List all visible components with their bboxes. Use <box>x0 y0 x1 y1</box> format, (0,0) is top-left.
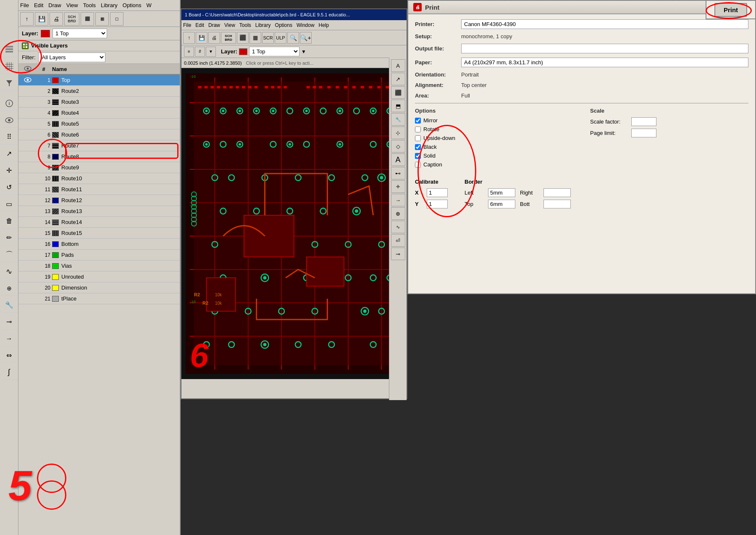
toolbar-save[interactable]: 💾 <box>35 12 48 26</box>
right-tool-f[interactable]: A <box>391 153 405 166</box>
layer-item[interactable]: 10Route10 <box>18 173 180 184</box>
mirror-checkbox[interactable] <box>415 118 421 124</box>
tool-info[interactable]: i <box>1 96 18 111</box>
layer-visibility-toggle[interactable] <box>20 77 35 84</box>
border-right-input[interactable] <box>543 188 571 197</box>
right-tool-move[interactable]: ✛ <box>391 180 405 193</box>
tool-move[interactable]: ✛ <box>1 163 18 178</box>
eagle-tb-ulp[interactable]: ULP <box>275 32 286 44</box>
output-input[interactable] <box>461 44 748 53</box>
toolbar-3d[interactable]: ◻ <box>110 12 123 26</box>
layer-item[interactable]: 21tPlace <box>18 293 180 304</box>
tool-curve[interactable]: ⌒ <box>1 247 18 262</box>
eagle-layer-select[interactable]: 1 Top <box>249 47 299 56</box>
layer-item[interactable]: 6Route6 <box>18 129 180 140</box>
border-top-input[interactable] <box>488 200 515 208</box>
tool-arrow2[interactable]: → <box>1 331 18 346</box>
eagle-tb-zoom-in[interactable]: 🔍+ <box>300 32 312 44</box>
layer-item[interactable]: 16Bottom <box>18 239 180 250</box>
calibrate-x-input[interactable] <box>427 188 448 197</box>
right-tool-h[interactable]: ⏎ <box>391 234 405 247</box>
eagle-tb-new[interactable]: ↑ <box>183 32 195 44</box>
black-checkbox[interactable] <box>415 144 421 150</box>
tool-trash[interactable]: 🗑 <box>1 213 18 229</box>
solid-checkbox[interactable] <box>415 153 421 159</box>
layer-item[interactable]: 18Vias <box>18 261 180 271</box>
menu-file[interactable]: File <box>20 2 29 8</box>
layer-item[interactable]: 19Unrouted <box>18 271 180 282</box>
menu-library2[interactable]: Library <box>255 22 271 28</box>
eagle-tb-m2[interactable]: ▦ <box>249 32 261 44</box>
print-button[interactable]: Print <box>714 3 747 17</box>
eagle-lr-filter[interactable]: ▼ <box>206 47 216 57</box>
menu-draw[interactable]: Draw <box>48 2 61 8</box>
eagle-tb-save[interactable]: 💾 <box>196 32 207 44</box>
tool-wave[interactable]: ∫ <box>1 365 18 380</box>
upside-down-checkbox[interactable] <box>415 135 421 141</box>
eagle-lr-layers[interactable]: ≡ <box>184 47 194 57</box>
menu-file2[interactable]: File <box>183 22 191 28</box>
rotate-checkbox[interactable] <box>415 127 421 132</box>
border-bottom-input[interactable] <box>543 200 571 208</box>
right-tool-via[interactable]: ∿ <box>391 221 405 233</box>
tool-grid[interactable] <box>1 59 18 74</box>
tool-pen[interactable]: ✏ <box>1 230 18 245</box>
layer-item[interactable]: 11Route11 <box>18 184 180 195</box>
layer-item[interactable]: 14Route14 <box>18 217 180 228</box>
layer-dropdown[interactable]: 1 Top <box>52 29 107 38</box>
layer-item[interactable]: 12Route12 <box>18 195 180 206</box>
eagle-tb-scr[interactable]: SCR <box>262 32 274 44</box>
menu-view2[interactable]: View <box>224 22 235 28</box>
tool-layers[interactable] <box>1 42 18 57</box>
layer-item[interactable]: 17Pads <box>18 250 180 261</box>
eagle-tb-print[interactable]: 🖨 <box>208 32 220 44</box>
menu-edit2[interactable]: Edit <box>195 22 204 28</box>
menu-w[interactable]: W <box>147 2 152 8</box>
pcb-canvas[interactable]: R2 R2 -16 -16 -16 6 R2 R2 10k 10k <box>181 68 407 379</box>
layer-item[interactable]: 7Route7 <box>18 140 180 151</box>
menu-options2[interactable]: Options <box>275 22 292 28</box>
menu-tools2[interactable]: Tools <box>239 22 251 28</box>
layer-item[interactable]: 2Route2 <box>18 86 180 97</box>
menu-view[interactable]: View <box>66 2 78 8</box>
eagle-tb-m1[interactable]: ⬛ <box>237 32 249 44</box>
right-tool-d[interactable]: ⊹ <box>391 127 405 139</box>
toolbar-mfg1[interactable]: ⬛ <box>81 12 94 26</box>
layer-item[interactable]: 20Dimension <box>18 282 180 293</box>
right-tool-conn[interactable]: ⊸ <box>391 248 405 260</box>
eagle-tb-schbrd[interactable]: SCHBRD <box>221 32 236 44</box>
menu-options[interactable]: Options <box>123 2 142 8</box>
layer-item[interactable]: 15Route15 <box>18 228 180 239</box>
layer-item[interactable]: 1Top <box>18 75 180 86</box>
eagle-tb-zoom-out[interactable]: 🔍 <box>287 32 299 44</box>
menu-draw2[interactable]: Draw <box>208 22 220 28</box>
menu-window[interactable]: Window <box>297 22 315 28</box>
toolbar-new[interactable]: ↑ <box>20 12 34 26</box>
calibrate-y-input[interactable] <box>427 200 448 208</box>
tool-rect[interactable]: ▭ <box>1 197 18 212</box>
layer-item[interactable]: 3Route3 <box>18 97 180 108</box>
tool-undo[interactable]: ↺ <box>1 180 18 195</box>
tool-nodes[interactable]: ⊸ <box>1 314 18 329</box>
toolbar-mfg2[interactable]: ▦ <box>95 12 109 26</box>
filter-dropdown[interactable]: All Layers <box>38 53 105 62</box>
layer-item[interactable]: 5Route5 <box>18 119 180 129</box>
border-left-input[interactable] <box>488 188 515 197</box>
eagle-lr-grid[interactable]: # <box>195 47 205 57</box>
scale-factor-input[interactable] <box>631 117 656 126</box>
tool-route[interactable]: ⊕ <box>1 281 18 296</box>
menu-edit[interactable]: Edit <box>34 2 43 8</box>
tool-mirror[interactable]: ⇔ <box>1 348 18 363</box>
right-tool-g[interactable]: ⊷ <box>391 167 405 179</box>
menu-help[interactable]: Help <box>319 22 329 28</box>
layer-item[interactable]: 9Route9 <box>18 162 180 173</box>
tool-wrench[interactable]: 🔧 <box>1 298 18 313</box>
layer-item[interactable]: 8Route8 <box>18 151 180 162</box>
menu-library[interactable]: Library <box>101 2 118 8</box>
right-tool-c[interactable]: ⬒ <box>391 100 405 112</box>
layer-item[interactable]: 13Route13 <box>18 206 180 217</box>
caption-checkbox[interactable] <box>415 162 421 168</box>
right-tool-wrench[interactable]: 🔧 <box>391 113 405 126</box>
right-tool-b[interactable]: ⬛ <box>391 86 405 99</box>
tool-wire[interactable]: ∿ <box>1 264 18 279</box>
